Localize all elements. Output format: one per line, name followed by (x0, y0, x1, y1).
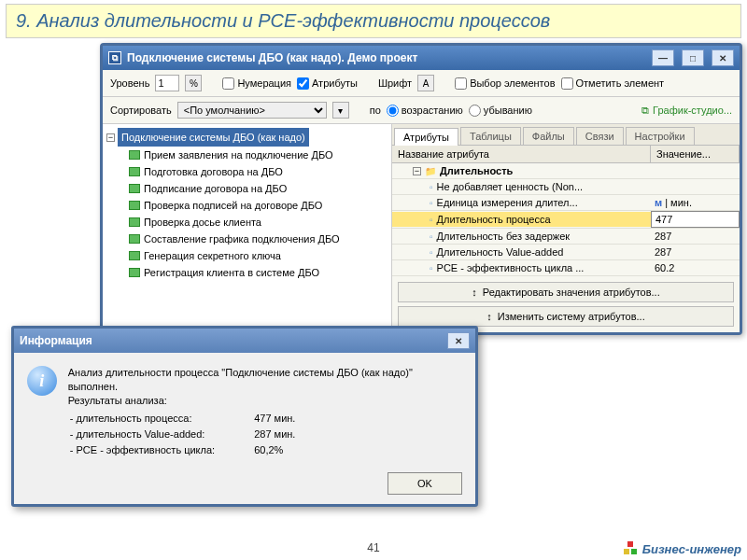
tab-Настройки[interactable]: Настройки (626, 127, 695, 145)
main-titlebar[interactable]: ⧉ Подключение системы ДБО (как надо). Де… (103, 46, 740, 70)
info-text: Анализ длительности процесса "Подключени… (68, 366, 462, 459)
toolbar-row-1: Уровень % Нумерация Атрибуты Шрифт A Выб… (103, 70, 740, 97)
info-title: Информация (20, 334, 92, 347)
minimize-button[interactable]: — (652, 49, 674, 66)
close-button[interactable]: ✕ (712, 49, 734, 66)
font-label: Шрифт (378, 77, 412, 89)
level-label: Уровень (110, 77, 149, 89)
tree-node[interactable]: Подготовка договора на ДБО (106, 163, 388, 180)
attr-group-row[interactable]: − Длительность (392, 163, 740, 179)
app-icon: ⧉ (108, 51, 121, 64)
tree-node[interactable]: Прием заявления на подключение ДБО (106, 147, 388, 163)
col-name[interactable]: Название атрибута (392, 146, 651, 162)
edit-attrs-button[interactable]: ↕ Редактировать значения атрибутов... (398, 282, 734, 302)
col-value[interactable]: Значение... (651, 146, 740, 162)
tree-root[interactable]: Подключение системы ДБО (как надо) (118, 128, 309, 147)
select-elements-checkbox[interactable]: Выбор элементов (455, 77, 555, 90)
info-dialog: Информация ✕ i Анализ длительности проце… (11, 326, 478, 507)
numeration-checkbox[interactable]: Нумерация (222, 77, 291, 90)
attr-row[interactable]: Единица измерения длител...м | мин. (392, 195, 740, 211)
toolbar-row-2: Сортировать <По умолчанию> ▾ по возраста… (103, 97, 740, 124)
tree-node[interactable]: Подписание договора на ДБО (106, 180, 388, 197)
level-input[interactable] (155, 75, 179, 91)
attr-row[interactable]: Длительность Value-added287 (392, 245, 740, 260)
info-titlebar[interactable]: Информация ✕ (14, 329, 475, 353)
change-attrs-button[interactable]: ↕ Изменить систему атрибутов... (398, 306, 734, 327)
sort-btn[interactable]: ▾ (332, 102, 349, 119)
sort-select[interactable]: <По умолчанию> (177, 102, 327, 119)
ok-button[interactable]: OK (388, 472, 462, 495)
brand-logo-icon (624, 541, 639, 556)
process-tree[interactable]: − Подключение системы ДБО (как надо) При… (103, 124, 392, 332)
mark-element-checkbox[interactable]: Отметить элемент (561, 77, 665, 90)
tab-Таблицы[interactable]: Таблицы (460, 127, 521, 145)
asc-radio[interactable]: возрастанию (387, 105, 463, 117)
tab-Связи[interactable]: Связи (576, 127, 624, 145)
sort-label: Сортировать (110, 105, 172, 116)
po-label: по (370, 105, 381, 116)
tree-node[interactable]: Генерация секретного ключа (106, 247, 388, 264)
info-icon: i (27, 366, 57, 396)
main-dialog: ⧉ Подключение системы ДБО (как надо). Де… (100, 43, 742, 335)
level-step-button[interactable]: % (185, 75, 202, 91)
maximize-button[interactable]: □ (682, 49, 704, 66)
attr-row[interactable]: Длительность без задержек287 (392, 229, 740, 245)
brand: Бизнес-инженер (624, 541, 741, 556)
folder-icon (425, 165, 436, 176)
info-close-button[interactable]: ✕ (447, 332, 470, 349)
attr-row[interactable]: PCE - эффективность цикла ...60.2 (392, 260, 740, 276)
tree-node[interactable]: Проверка досье клиента (106, 214, 388, 231)
tree-collapse-icon[interactable]: − (106, 133, 115, 142)
attr-row[interactable]: Длительность процесса477 (392, 211, 740, 229)
tab-Файлы[interactable]: Файлы (523, 127, 574, 145)
attributes-checkbox[interactable]: Атрибуты (297, 77, 358, 90)
graphic-studio-link[interactable]: График-студио... (641, 105, 732, 117)
main-title: Подключение системы ДБО (как надо). Демо… (127, 51, 417, 64)
desc-radio[interactable]: убыванию (469, 105, 532, 117)
tree-node[interactable]: Регистрация клиента в системе ДБО (106, 264, 388, 281)
tab-Атрибуты[interactable]: Атрибуты (394, 128, 458, 146)
tabs: АтрибутыТаблицыФайлыСвязиНастройки (392, 124, 740, 146)
font-button[interactable]: A (417, 75, 434, 91)
tree-node[interactable]: Проверка подписей на договоре ДБО (106, 197, 388, 214)
tree-node[interactable]: Составление графика подключения ДБО (106, 231, 388, 247)
attr-row[interactable]: Не добавляет ценность (Non... (392, 179, 740, 195)
attr-header: Название атрибута Значение... (392, 146, 740, 163)
slide-title: 9. Анализ длительности и PCE-эффективнос… (6, 4, 741, 38)
